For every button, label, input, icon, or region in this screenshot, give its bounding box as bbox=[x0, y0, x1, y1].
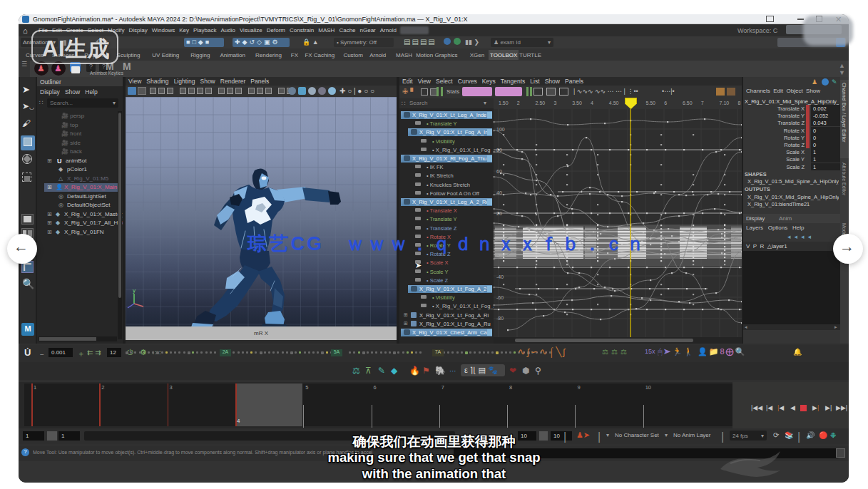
svg-text:-40: -40 bbox=[496, 274, 504, 279]
svg-text:-80: -80 bbox=[496, 316, 504, 321]
svg-text:y: y bbox=[133, 287, 136, 294]
svg-text:-60: -60 bbox=[496, 295, 504, 300]
